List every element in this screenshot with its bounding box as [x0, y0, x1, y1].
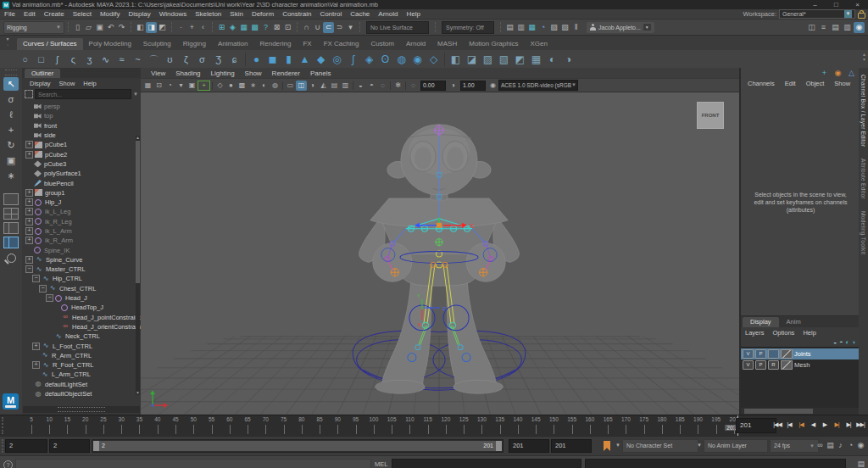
view-transform-icon[interactable]: ◉: [487, 81, 498, 91]
animation-preferences-icon[interactable]: ▤: [826, 440, 835, 451]
viewport-menu-view[interactable]: View: [146, 70, 170, 77]
gamma-field[interactable]: 1.00: [460, 81, 486, 91]
outliner-item-Chest_CTRL[interactable]: −∿Chest_CTRL: [22, 284, 141, 293]
outliner-item-persp[interactable]: persp: [22, 102, 141, 111]
playback-end-field[interactable]: 201: [509, 439, 549, 453]
help-line-field[interactable]: [15, 459, 371, 468]
channel-box-menu-channels[interactable]: Channels: [743, 80, 780, 87]
nurbs-sphere-icon[interactable]: ●: [248, 51, 264, 68]
search-input[interactable]: [35, 89, 131, 99]
shelf-tab-fx-caching[interactable]: FX Caching: [318, 38, 365, 50]
resolution-gate-icon[interactable]: ◑: [307, 81, 318, 91]
outliner-item-front[interactable]: front: [22, 121, 141, 131]
menu-constrain[interactable]: Constrain: [278, 9, 315, 19]
nurbs-plane-icon[interactable]: ◆: [313, 51, 329, 68]
shelf-tab-fx[interactable]: FX: [297, 38, 317, 50]
scroll-down-icon[interactable]: ▼: [136, 391, 140, 395]
playback-speed-icon[interactable]: ∞: [815, 440, 825, 451]
screen-space-ao-icon[interactable]: ◍: [270, 81, 281, 91]
lock-camera-icon[interactable]: ⊡: [153, 81, 164, 91]
revolve-icon[interactable]: ʘ: [377, 51, 393, 68]
menu-select[interactable]: Select: [69, 9, 96, 19]
expand-icon[interactable]: +: [25, 208, 33, 215]
layer-playback-toggle[interactable]: P: [755, 360, 766, 370]
timeline-track[interactable]: 201 510152025303540455055606570758085909…: [7, 415, 731, 436]
construction-history-icon[interactable]: ⊂: [323, 22, 334, 33]
pause-viewport-icon[interactable]: ‖: [570, 22, 581, 33]
outliner-item-L_Foot_CTRL[interactable]: +∿L_Foot_CTRL: [22, 341, 141, 350]
highlight-selection-icon[interactable]: ⊡: [282, 22, 293, 33]
filter-dropdown-icon[interactable]: ▼: [133, 92, 138, 97]
outliner-item-defaultLightSet[interactable]: ◍defaultLightSet: [22, 380, 141, 389]
menu-control[interactable]: Control: [315, 9, 346, 19]
nurbs-cone-icon[interactable]: ▲: [297, 51, 313, 68]
magnifier-icon[interactable]: [7, 254, 16, 263]
live-surface-field[interactable]: No Live Surface: [366, 21, 429, 34]
command-language-label[interactable]: MEL: [375, 460, 387, 468]
shaded-icon[interactable]: ●: [225, 81, 236, 91]
shelf-tab-animation[interactable]: Animation: [212, 38, 254, 50]
align-surface-icon[interactable]: ▦: [528, 51, 544, 68]
shelf-scroll-arrows[interactable]: ▲▼: [862, 52, 866, 62]
scrollbar-thumb[interactable]: [58, 407, 104, 412]
play-forwards-button[interactable]: ▶: [819, 417, 831, 432]
layer-display-type-toggle[interactable]: R: [768, 360, 779, 370]
select-component-icon[interactable]: ◩: [157, 22, 168, 33]
viewport-canvas[interactable]: X Y Z X FRON: [141, 92, 739, 415]
shadows-icon[interactable]: ◐: [259, 81, 270, 91]
toolbox-grip[interactable]: [5, 70, 17, 75]
xray-joints-icon[interactable]: ◓: [366, 81, 377, 91]
shelf-tab-xgen[interactable]: XGen: [524, 38, 553, 50]
nurbs-circle-icon[interactable]: ○: [17, 51, 33, 68]
character-set-dropdown[interactable]: No Character Set: [622, 439, 698, 453]
untrim-icon[interactable]: ▨: [480, 51, 496, 68]
character-controls-toggle-icon[interactable]: ≡: [818, 22, 829, 33]
nurbs-square-icon[interactable]: □: [33, 51, 49, 68]
menu-display[interactable]: Display: [125, 9, 155, 19]
shelf-tab-motion-graphics[interactable]: Motion Graphics: [463, 38, 524, 50]
step-forward-key-button[interactable]: ▶|: [831, 417, 843, 432]
expand-icon[interactable]: +: [25, 256, 33, 264]
layer-menu-layers[interactable]: Layers: [741, 329, 769, 337]
play-backwards-button[interactable]: ◀: [807, 417, 819, 432]
menu-skeleton[interactable]: Skeleton: [191, 9, 225, 19]
birail-icon[interactable]: ◍: [393, 51, 409, 68]
shelf-menu-icon[interactable]: ▾◦: [2, 36, 14, 48]
expand-icon[interactable]: +: [25, 218, 33, 226]
outliner-horizontal-scrollbar[interactable]: [23, 406, 140, 413]
render-current-frame-icon[interactable]: ▥: [515, 22, 526, 33]
planar-icon[interactable]: ◈: [361, 51, 377, 68]
sidebar-tab-channel-box-layer-editor[interactable]: Channel Box / Layer Editor: [860, 75, 866, 147]
paint-select-tool-icon[interactable]: ℓ: [3, 108, 19, 121]
open-scene-icon[interactable]: ▱: [83, 22, 94, 33]
loft-icon[interactable]: ʃ: [345, 51, 361, 68]
boundary-icon[interactable]: ◇: [426, 51, 442, 68]
detach-curves-icon[interactable]: ζ: [178, 51, 194, 68]
decrease-mask-icon[interactable]: ‹: [198, 22, 209, 33]
rebuild-icon[interactable]: ◐: [544, 51, 560, 68]
camera-bookmark-chip[interactable]: FRONT: [697, 102, 724, 129]
insert-knot-icon[interactable]: σ: [194, 51, 210, 68]
ep-curve-icon[interactable]: ς: [65, 51, 81, 68]
viewport-menu-show[interactable]: Show: [240, 70, 267, 77]
chevron-down-icon[interactable]: ▼: [615, 443, 620, 448]
layer-menu-help[interactable]: Help: [798, 329, 820, 337]
close-button[interactable]: ×: [847, 0, 868, 9]
outliner-item-R_Foot_CTRL[interactable]: +∿R_Foot_CTRL: [22, 360, 141, 370]
reverse-direction-icon[interactable]: ◑: [560, 51, 576, 68]
select-object-icon[interactable]: ◨: [146, 22, 157, 33]
shelf-tab-rendering[interactable]: Rendering: [253, 38, 297, 50]
outliner-item-ik_R_Arm[interactable]: +ik_R_Arm: [22, 236, 141, 245]
redo-icon[interactable]: ↷: [116, 22, 127, 33]
project-curve-icon[interactable]: ◧: [448, 51, 464, 68]
expand-icon[interactable]: +: [25, 198, 33, 206]
scrollbar-thumb[interactable]: [136, 141, 140, 283]
bezier-curve-icon[interactable]: ∿: [97, 51, 114, 68]
open-render-view-icon[interactable]: ▤: [504, 22, 515, 33]
outliner-item-Hip_J[interactable]: +Hip_J: [22, 198, 141, 207]
channel-box-toggle-icon[interactable]: ▤: [830, 22, 841, 33]
new-scene-icon[interactable]: ▯: [72, 22, 83, 33]
sidebar-tab-attribute-editor[interactable]: Attribute Editor: [860, 159, 866, 199]
exposure-icon[interactable]: ◌: [408, 81, 419, 91]
outliner-item-Head_J[interactable]: −Head_J: [22, 293, 141, 303]
